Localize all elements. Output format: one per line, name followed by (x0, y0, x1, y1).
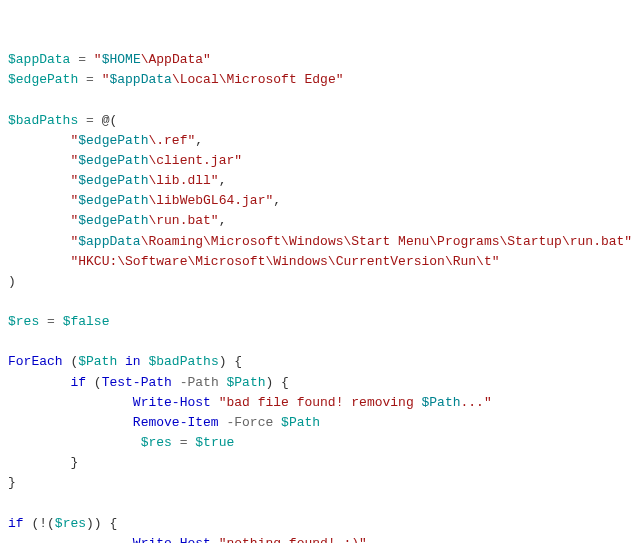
code-block: { "lines": [ {"indent":"", "tokens":[{"c… (0, 0, 631, 543)
token (86, 52, 94, 67)
code-line: "HKCU:\Software\Microsoft\Windows\Curren… (8, 252, 623, 272)
token (211, 395, 219, 410)
token: \.ref" (148, 133, 195, 148)
token (273, 415, 281, 430)
code-line: "$edgePath\run.bat", (8, 211, 623, 231)
token (219, 375, 227, 390)
token: $appData (109, 72, 171, 87)
token: = (86, 72, 94, 87)
token (39, 314, 47, 329)
token (55, 314, 63, 329)
token (78, 72, 86, 87)
token: if (8, 516, 24, 531)
code-line: } (8, 453, 623, 473)
token: @( (94, 113, 117, 128)
token: , (219, 213, 227, 228)
token: in (125, 354, 141, 369)
token: = (47, 314, 55, 329)
token: $appData (78, 234, 140, 249)
token: \Local\Microsoft Edge" (172, 72, 344, 87)
token: ..." (461, 395, 492, 410)
code-line: "$edgePath\.ref", (8, 131, 623, 151)
token: , (273, 193, 281, 208)
token (172, 375, 180, 390)
token: Write-Host (133, 395, 211, 410)
token: ( (63, 354, 79, 369)
token: -Force (226, 415, 273, 430)
token: = (86, 113, 94, 128)
code-line (8, 292, 623, 312)
code-line: "$edgePath\client.jar" (8, 151, 623, 171)
token: \Roaming\Microsoft\Windows\Start Menu\Pr… (141, 234, 631, 249)
code-line: $badPaths = @( (8, 111, 623, 131)
token: $true (195, 435, 234, 450)
code-line: ) (8, 272, 623, 292)
token: \lib.dll" (148, 173, 218, 188)
token (78, 113, 86, 128)
token: Remove-Item (133, 415, 219, 430)
token: $edgePath (78, 193, 148, 208)
token: \libWebGL64.jar" (148, 193, 273, 208)
token: \AppData" (141, 52, 211, 67)
token: -Path (180, 375, 219, 390)
token: $edgePath (78, 133, 148, 148)
token: ) { (219, 354, 242, 369)
code-line: Write-Host "bad file found! removing $Pa… (8, 393, 623, 413)
token: $HOME (102, 52, 141, 67)
token: Test-Path (102, 375, 172, 390)
code-line: ForEach ($Path in $badPaths) { (8, 352, 623, 372)
token: " (94, 52, 102, 67)
code-line: "$appData\Roaming\Microsoft\Windows\Star… (8, 232, 623, 252)
token: } (70, 455, 78, 470)
code-line: $res = $true (8, 433, 623, 453)
token: $Path (281, 415, 320, 430)
token: "HKCU:\Software\Microsoft\Windows\Curren… (70, 254, 499, 269)
token: ForEach (8, 354, 63, 369)
token: $edgePath (78, 213, 148, 228)
code-line: Remove-Item -Force $Path (8, 413, 623, 433)
code-line (8, 91, 623, 111)
token: , (219, 173, 227, 188)
code-line: $appData = "$HOME\AppData" (8, 50, 623, 70)
token (94, 72, 102, 87)
token: \run.bat" (148, 213, 218, 228)
code-line: $edgePath = "$appData\Local\Microsoft Ed… (8, 70, 623, 90)
token: $badPaths (8, 113, 78, 128)
token: $edgePath (78, 153, 148, 168)
token: = (78, 52, 86, 67)
token: "bad file found! removing (219, 395, 422, 410)
token: $Path (227, 375, 266, 390)
token (172, 435, 180, 450)
token: (!( (24, 516, 55, 531)
token: ) (8, 274, 16, 289)
token: $badPaths (148, 354, 218, 369)
token: $res (141, 435, 172, 450)
code-line: "$edgePath\libWebGL64.jar", (8, 191, 623, 211)
code-line: } (8, 473, 623, 493)
token: $edgePath (8, 72, 78, 87)
code-line: Write-Host "nothing found! :)" (8, 534, 623, 543)
code-line: if (!($res)) { (8, 514, 623, 534)
code-line: "$edgePath\lib.dll", (8, 171, 623, 191)
token: , (195, 133, 203, 148)
code-line (8, 493, 623, 513)
token: if (70, 375, 86, 390)
token: $Path (78, 354, 117, 369)
token (117, 354, 125, 369)
token: \client.jar" (148, 153, 242, 168)
token: ( (86, 375, 102, 390)
token: ) { (266, 375, 289, 390)
token: $false (63, 314, 110, 329)
token: $res (8, 314, 39, 329)
token: Write-Host (133, 536, 211, 543)
token: $res (55, 516, 86, 531)
code-container: $appData = "$HOME\AppData"$edgePath = "$… (8, 50, 623, 543)
token: $edgePath (78, 173, 148, 188)
code-line (8, 332, 623, 352)
token: "nothing found! :)" (219, 536, 367, 543)
token: $Path (422, 395, 461, 410)
token: $appData (8, 52, 70, 67)
token: )) { (86, 516, 117, 531)
token: } (8, 475, 16, 490)
code-line: if (Test-Path -Path $Path) { (8, 373, 623, 393)
